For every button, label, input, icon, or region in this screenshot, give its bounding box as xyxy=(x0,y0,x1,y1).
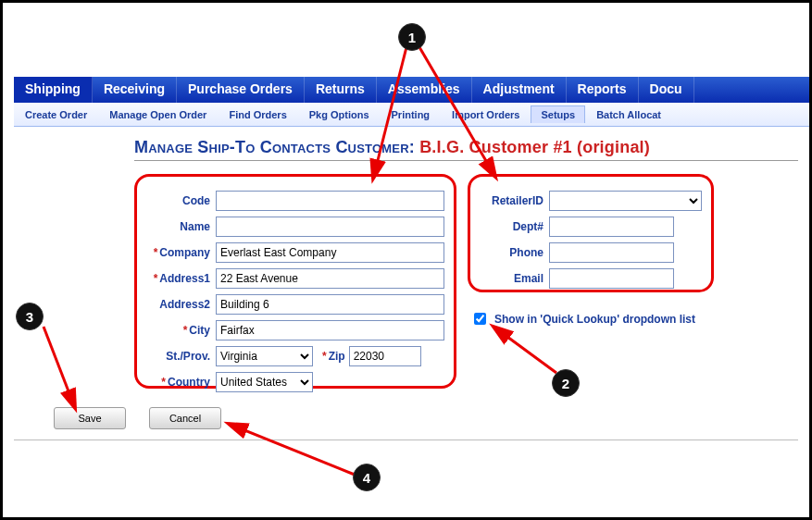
annotation-badge-3: 3 xyxy=(16,303,44,330)
phone-input[interactable] xyxy=(549,242,674,263)
email-input[interactable] xyxy=(549,268,674,289)
retailer-form-box: RetailerID Dept# Phone Email xyxy=(468,174,714,292)
dept-input[interactable] xyxy=(549,217,674,237)
dept-label: Dept# xyxy=(480,220,549,233)
nav-returns[interactable]: Returns xyxy=(305,77,377,103)
city-input[interactable] xyxy=(216,320,444,340)
nav-assemblies[interactable]: Assemblies xyxy=(377,77,472,103)
email-label: Email xyxy=(480,272,549,285)
name-label: Name xyxy=(146,220,216,233)
nav-adjustment[interactable]: Adjustment xyxy=(472,77,567,103)
company-label: *Company xyxy=(146,246,216,259)
phone-label: Phone xyxy=(480,246,549,259)
page-heading: Manage Ship-To Contacts xyxy=(134,138,335,156)
address1-input[interactable] xyxy=(216,268,444,289)
address1-label: *Address1 xyxy=(146,272,216,285)
subnav-batch-allocate[interactable]: Batch Allocat xyxy=(585,105,672,124)
nav-shipping[interactable]: Shipping xyxy=(14,77,93,103)
subnav-find-orders[interactable]: Find Orders xyxy=(218,105,297,124)
code-label: Code xyxy=(146,194,216,207)
horizontal-rule xyxy=(14,440,798,440)
customer-name: B.I.G. Customer #1 (original) xyxy=(419,138,650,156)
quick-lookup-label: Show in 'Quick Lookup' dropdown list xyxy=(494,313,695,326)
nav-receiving[interactable]: Receiving xyxy=(93,77,177,103)
annotation-badge-2: 2 xyxy=(552,369,580,397)
nav-purchase-orders[interactable]: Purchase Orders xyxy=(177,77,305,103)
address2-label: Address2 xyxy=(146,298,216,311)
nav-reports[interactable]: Reports xyxy=(567,77,639,103)
annotation-badge-4: 4 xyxy=(353,464,381,491)
svg-line-2 xyxy=(493,327,556,373)
page-title: Manage Ship-To Contacts Customer: B.I.G.… xyxy=(134,138,798,161)
sub-navbar: Create Order Manage Open Order Find Orde… xyxy=(14,103,809,127)
subnav-manage-open-order[interactable]: Manage Open Order xyxy=(98,105,218,124)
retailerid-select[interactable] xyxy=(549,191,702,211)
quick-lookup-row: Show in 'Quick Lookup' dropdown list xyxy=(470,310,695,328)
annotation-badge-1: 1 xyxy=(398,23,426,51)
country-select[interactable]: United States xyxy=(216,372,313,392)
stprov-label: St./Prov. xyxy=(146,350,216,363)
city-label: *City xyxy=(146,324,216,337)
name-input[interactable] xyxy=(216,217,444,237)
subnav-pkg-options[interactable]: Pkg Options xyxy=(298,105,381,124)
country-label: *Country xyxy=(146,376,216,389)
nav-documents[interactable]: Docu xyxy=(639,77,694,103)
zip-label: *Zip xyxy=(313,350,349,363)
customer-label: Customer: xyxy=(335,138,419,156)
company-input[interactable] xyxy=(216,242,444,263)
retailerid-label: RetailerID xyxy=(480,194,549,207)
zip-input[interactable] xyxy=(349,346,421,366)
code-input[interactable] xyxy=(216,191,444,211)
svg-line-4 xyxy=(229,424,355,475)
svg-line-3 xyxy=(44,327,75,408)
subnav-create-order[interactable]: Create Order xyxy=(14,105,98,124)
quick-lookup-checkbox[interactable] xyxy=(474,313,486,325)
subnav-import-orders[interactable]: Import Orders xyxy=(441,105,531,124)
subnav-setups[interactable]: Setups xyxy=(531,105,585,123)
save-button[interactable]: Save xyxy=(54,407,126,429)
main-navbar: Shipping Receiving Purchase Orders Retur… xyxy=(14,77,809,103)
app-frame: Shipping Receiving Purchase Orders Retur… xyxy=(0,0,812,520)
subnav-printing[interactable]: Printing xyxy=(381,105,442,124)
stprov-select[interactable]: Virginia xyxy=(216,346,313,366)
shipto-form-box: Code Name *Company *Address1 Address2 *C… xyxy=(134,174,456,389)
cancel-button[interactable]: Cancel xyxy=(149,407,221,429)
address2-input[interactable] xyxy=(216,294,444,315)
